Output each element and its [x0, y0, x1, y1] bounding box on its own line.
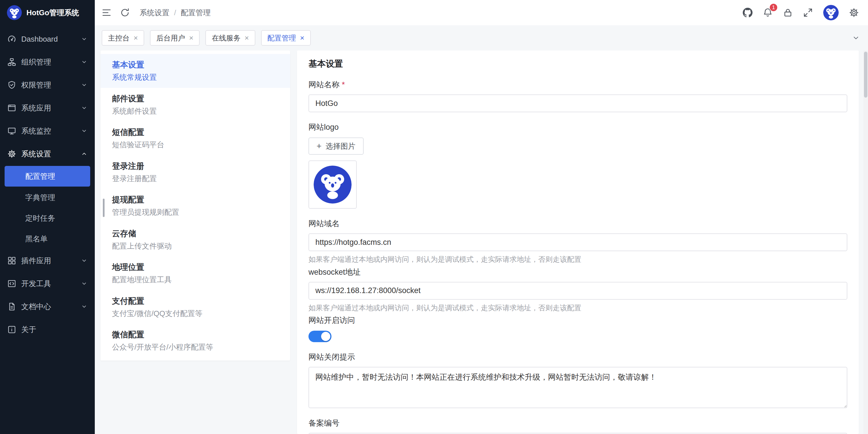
site-name-label: 网站名称 * [308, 79, 847, 90]
notifications-button[interactable]: 1 [763, 8, 773, 18]
tab-label: 配置管理 [268, 33, 296, 43]
app-window-icon [7, 104, 16, 112]
settings-nav-withdraw[interactable]: 提现配置 管理员提现规则配置 [100, 189, 290, 223]
settings-nav-basic[interactable]: 基本设置 系统常规设置 [100, 54, 290, 88]
lock-icon[interactable] [783, 8, 793, 18]
sidebar-item-label: 文档中心 [21, 302, 76, 312]
settings-nav-subtitle: 支付宝/微信/QQ支付配置等 [112, 309, 279, 318]
settings-nav-cloud-storage[interactable]: 云存储 配置上传文件驱动 [100, 223, 290, 257]
app-logo[interactable]: HotGo管理系统 [0, 0, 95, 25]
tab-actions-dropdown[interactable] [852, 34, 860, 42]
sidebar-subitem-blacklist[interactable]: 黑名单 [0, 229, 95, 249]
chevron-up-icon [81, 151, 87, 157]
choose-image-label: 选择图片 [326, 141, 355, 151]
sidebar-item-dashboard[interactable]: Dashboard [0, 28, 95, 51]
breadcrumb-item[interactable]: 系统设置 [140, 8, 169, 18]
sidebar-item-dev-tools[interactable]: 开发工具 [0, 272, 95, 295]
tab-label: 后台用户 [156, 33, 185, 43]
sidebar-item-organization[interactable]: 组织管理 [0, 51, 95, 73]
sidebar-subitem-label: 黑名单 [25, 234, 48, 244]
settings-nav-wechat[interactable]: 微信配置 公众号/开放平台/小程序配置等 [100, 324, 290, 358]
tab-online-service[interactable]: 在线服务 × [205, 30, 255, 46]
tab-config-management[interactable]: 配置管理 × [261, 30, 311, 46]
settings-nav-subtitle: 配置地理位置工具 [112, 275, 279, 285]
sidebar-item-label: 插件应用 [21, 256, 76, 266]
settings-nav-subtitle: 短信验证码平台 [112, 140, 279, 149]
monitor-icon [7, 127, 16, 135]
websocket-input[interactable] [308, 282, 847, 300]
chevron-down-icon [852, 34, 860, 42]
fullscreen-icon[interactable] [803, 8, 813, 18]
settings-nav-payment[interactable]: 支付配置 支付宝/微信/QQ支付配置等 [100, 290, 290, 324]
scrollbar-thumb[interactable] [864, 52, 867, 98]
tab-close-icon[interactable]: × [300, 34, 305, 42]
site-domain-label: 网站域名 [308, 219, 847, 229]
breadcrumb-separator: / [174, 8, 176, 17]
main-area: 系统设置 / 配置管理 1 主控台 × [95, 0, 868, 434]
sidebar-subitem-config-management[interactable]: 配置管理 [5, 166, 90, 187]
close-tip-textarea[interactable]: 网站维护中，暂时无法访问！本网站正在进行系统维护和技术升级，网站暂时无法访问，敬… [308, 367, 847, 408]
icp-input[interactable] [308, 433, 847, 434]
settings-nav-login[interactable]: 登录注册 登录注册配置 [100, 155, 290, 189]
choose-image-button[interactable]: + 选择图片 [308, 137, 364, 155]
settings-nav-email[interactable]: 邮件设置 系统邮件设置 [100, 88, 290, 122]
chevron-down-icon [81, 105, 87, 111]
info-icon [7, 325, 16, 334]
site-access-toggle[interactable] [308, 331, 332, 342]
sidebar-subitem-dictionary[interactable]: 字典管理 [0, 187, 95, 208]
tab-console[interactable]: 主控台 × [102, 30, 144, 46]
field-label-text: 网站开启访问 [308, 315, 355, 326]
field-label-text: 网站关闭提示 [308, 352, 355, 362]
menu-collapse-icon[interactable] [102, 8, 112, 18]
tab-close-icon[interactable]: × [133, 34, 138, 42]
sidebar-item-docs[interactable]: 文档中心 [0, 295, 95, 318]
tab-admin-users[interactable]: 后台用户 × [150, 30, 199, 46]
scrollbar-thumb[interactable] [103, 199, 104, 217]
sidebar-item-permissions[interactable]: 权限管理 [0, 73, 95, 96]
code-icon [7, 279, 16, 288]
tab-close-icon[interactable]: × [244, 34, 249, 42]
settings-nav-title: 云存储 [112, 229, 279, 238]
field-label-text: websocket地址 [308, 267, 361, 277]
site-name-input[interactable] [308, 94, 847, 112]
sidebar-item-monitoring[interactable]: 系统监控 [0, 120, 95, 142]
top-header: 系统设置 / 配置管理 1 [95, 0, 868, 25]
gear-icon [7, 149, 16, 158]
settings-nav-geo[interactable]: 地理位置 配置地理位置工具 [100, 256, 290, 290]
shield-check-icon [7, 81, 16, 89]
page-scrollbar[interactable] [863, 51, 868, 434]
notification-badge: 1 [769, 3, 778, 12]
sidebar-item-plugins[interactable]: 插件应用 [0, 249, 95, 272]
github-icon[interactable] [743, 8, 752, 18]
field-label-text: 网站域名 [308, 219, 340, 229]
site-logo-label: 网站logo [308, 122, 847, 132]
settings-nav-sms[interactable]: 短信配置 短信验证码平台 [100, 122, 290, 155]
site-access-label: 网站开启访问 [308, 315, 847, 326]
sidebar-item-system-apps[interactable]: 系统应用 [0, 96, 95, 120]
site-logo-preview[interactable] [308, 161, 357, 209]
breadcrumb: 系统设置 / 配置管理 [140, 8, 211, 18]
sidebar-item-label: 系统应用 [21, 103, 76, 113]
content-area: 基本设置 系统常规设置 邮件设置 系统邮件设置 短信配置 短信验证码平台 登录注… [95, 51, 868, 434]
user-avatar[interactable] [823, 5, 839, 21]
close-tip-label: 网站关闭提示 [308, 352, 847, 362]
refresh-icon[interactable] [120, 8, 130, 18]
settings-nav-title: 提现配置 [112, 195, 279, 205]
document-icon [7, 302, 16, 311]
breadcrumb-item[interactable]: 配置管理 [181, 8, 211, 18]
settings-gear-icon[interactable] [849, 8, 859, 18]
field-label-text: 网站logo [308, 122, 339, 132]
settings-nav-subtitle: 登录注册配置 [112, 174, 279, 183]
tab-close-icon[interactable]: × [189, 34, 193, 42]
tab-label: 在线服务 [212, 33, 240, 43]
sidebar-item-system-settings[interactable]: 系统设置 [0, 142, 95, 165]
settings-nav-title: 地理位置 [112, 262, 279, 272]
site-domain-input[interactable] [308, 233, 847, 251]
icp-label: 备案编号 [308, 418, 847, 428]
header-actions: 1 [743, 5, 859, 21]
sidebar-item-about[interactable]: 关于 [0, 318, 95, 341]
chevron-down-icon [81, 59, 87, 65]
settings-nav-title: 邮件设置 [112, 94, 279, 104]
org-chart-icon [7, 58, 16, 66]
sidebar-subitem-cron-tasks[interactable]: 定时任务 [0, 208, 95, 229]
